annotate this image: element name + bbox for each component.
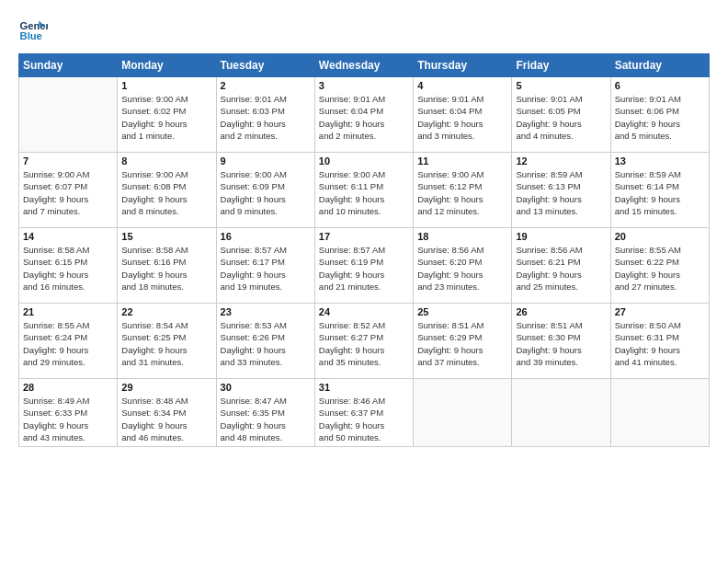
day-info: Sunrise: 9:00 AM Sunset: 6:02 PM Dayligh… xyxy=(121,93,211,142)
day-info: Sunrise: 9:01 AM Sunset: 6:06 PM Dayligh… xyxy=(615,93,705,142)
calendar-cell: 16Sunrise: 8:57 AM Sunset: 6:17 PM Dayli… xyxy=(216,228,314,304)
week-row-2: 14Sunrise: 8:58 AM Sunset: 6:15 PM Dayli… xyxy=(19,228,710,304)
calendar-cell: 9Sunrise: 9:00 AM Sunset: 6:09 PM Daylig… xyxy=(216,153,314,228)
day-number: 7 xyxy=(23,155,113,167)
weekday-wednesday: Wednesday xyxy=(314,54,413,77)
day-info: Sunrise: 9:01 AM Sunset: 6:04 PM Dayligh… xyxy=(319,93,409,142)
day-info: Sunrise: 8:53 AM Sunset: 6:26 PM Dayligh… xyxy=(221,319,311,368)
calendar-cell: 14Sunrise: 8:58 AM Sunset: 6:15 PM Dayli… xyxy=(19,228,118,304)
calendar-cell: 3Sunrise: 9:01 AM Sunset: 6:04 PM Daylig… xyxy=(314,77,413,153)
day-number: 28 xyxy=(23,382,113,393)
calendar-cell: 18Sunrise: 8:56 AM Sunset: 6:20 PM Dayli… xyxy=(414,228,512,304)
day-number: 25 xyxy=(417,306,507,317)
calendar-cell: 24Sunrise: 8:52 AM Sunset: 6:27 PM Dayli… xyxy=(314,304,413,379)
calendar-cell: 17Sunrise: 8:57 AM Sunset: 6:19 PM Dayli… xyxy=(314,228,413,304)
day-info: Sunrise: 8:59 AM Sunset: 6:14 PM Dayligh… xyxy=(615,168,705,217)
day-number: 9 xyxy=(221,155,311,167)
day-info: Sunrise: 8:50 AM Sunset: 6:31 PM Dayligh… xyxy=(615,319,705,368)
calendar-body: 1Sunrise: 9:00 AM Sunset: 6:02 PM Daylig… xyxy=(19,77,710,447)
calendar-cell: 2Sunrise: 9:01 AM Sunset: 6:03 PM Daylig… xyxy=(216,77,314,153)
day-number: 16 xyxy=(221,231,311,242)
day-info: Sunrise: 8:51 AM Sunset: 6:29 PM Dayligh… xyxy=(417,319,507,368)
calendar-cell: 27Sunrise: 8:50 AM Sunset: 6:31 PM Dayli… xyxy=(610,304,709,379)
calendar-cell xyxy=(414,379,512,447)
calendar-cell xyxy=(19,77,118,153)
day-info: Sunrise: 9:01 AM Sunset: 6:05 PM Dayligh… xyxy=(516,93,606,142)
calendar-cell: 11Sunrise: 9:00 AM Sunset: 6:12 PM Dayli… xyxy=(414,153,512,228)
calendar-cell: 29Sunrise: 8:48 AM Sunset: 6:34 PM Dayli… xyxy=(118,379,216,447)
weekday-saturday: Saturday xyxy=(610,54,709,77)
week-row-0: 1Sunrise: 9:00 AM Sunset: 6:02 PM Daylig… xyxy=(19,77,710,153)
day-info: Sunrise: 8:56 AM Sunset: 6:20 PM Dayligh… xyxy=(417,244,507,293)
day-info: Sunrise: 8:58 AM Sunset: 6:16 PM Dayligh… xyxy=(121,244,211,293)
calendar-cell: 25Sunrise: 8:51 AM Sunset: 6:29 PM Dayli… xyxy=(414,304,512,379)
day-info: Sunrise: 8:48 AM Sunset: 6:34 PM Dayligh… xyxy=(121,395,211,443)
calendar-cell: 15Sunrise: 8:58 AM Sunset: 6:16 PM Dayli… xyxy=(118,228,216,304)
day-info: Sunrise: 9:00 AM Sunset: 6:08 PM Dayligh… xyxy=(121,168,211,217)
day-number: 19 xyxy=(516,231,606,242)
day-number: 22 xyxy=(121,306,211,317)
calendar-cell: 26Sunrise: 8:51 AM Sunset: 6:30 PM Dayli… xyxy=(512,304,610,379)
weekday-header-row: SundayMondayTuesdayWednesdayThursdayFrid… xyxy=(19,54,710,77)
day-info: Sunrise: 8:57 AM Sunset: 6:19 PM Dayligh… xyxy=(319,244,409,293)
day-info: Sunrise: 8:49 AM Sunset: 6:33 PM Dayligh… xyxy=(23,395,113,443)
calendar-cell: 20Sunrise: 8:55 AM Sunset: 6:22 PM Dayli… xyxy=(610,228,709,304)
calendar-cell: 8Sunrise: 9:00 AM Sunset: 6:08 PM Daylig… xyxy=(118,153,216,228)
day-number: 6 xyxy=(615,80,705,91)
day-info: Sunrise: 9:00 AM Sunset: 6:12 PM Dayligh… xyxy=(417,168,507,217)
day-info: Sunrise: 8:55 AM Sunset: 6:24 PM Dayligh… xyxy=(23,319,113,368)
day-number: 13 xyxy=(615,155,705,167)
calendar-cell: 13Sunrise: 8:59 AM Sunset: 6:14 PM Dayli… xyxy=(610,153,709,228)
weekday-monday: Monday xyxy=(118,54,216,77)
day-info: Sunrise: 8:59 AM Sunset: 6:13 PM Dayligh… xyxy=(516,168,606,217)
day-info: Sunrise: 8:58 AM Sunset: 6:15 PM Dayligh… xyxy=(23,244,113,293)
day-number: 21 xyxy=(23,306,113,317)
day-info: Sunrise: 8:46 AM Sunset: 6:37 PM Dayligh… xyxy=(319,395,409,443)
day-info: Sunrise: 8:57 AM Sunset: 6:17 PM Dayligh… xyxy=(221,244,311,293)
week-row-1: 7Sunrise: 9:00 AM Sunset: 6:07 PM Daylig… xyxy=(19,153,710,228)
calendar-cell: 7Sunrise: 9:00 AM Sunset: 6:07 PM Daylig… xyxy=(19,153,118,228)
calendar-cell: 6Sunrise: 9:01 AM Sunset: 6:06 PM Daylig… xyxy=(610,77,709,153)
day-number: 18 xyxy=(417,231,507,242)
weekday-friday: Friday xyxy=(512,54,610,77)
calendar-cell: 10Sunrise: 9:00 AM Sunset: 6:11 PM Dayli… xyxy=(314,153,413,228)
day-info: Sunrise: 8:52 AM Sunset: 6:27 PM Dayligh… xyxy=(319,319,409,368)
day-number: 10 xyxy=(319,155,409,167)
day-info: Sunrise: 8:47 AM Sunset: 6:35 PM Dayligh… xyxy=(221,395,311,443)
day-number: 29 xyxy=(121,382,211,393)
calendar-cell: 21Sunrise: 8:55 AM Sunset: 6:24 PM Dayli… xyxy=(19,304,118,379)
day-info: Sunrise: 9:00 AM Sunset: 6:11 PM Dayligh… xyxy=(319,168,409,217)
day-number: 2 xyxy=(221,80,311,91)
day-number: 5 xyxy=(516,80,606,91)
day-number: 23 xyxy=(221,306,311,317)
calendar-cell: 28Sunrise: 8:49 AM Sunset: 6:33 PM Dayli… xyxy=(19,379,118,447)
day-number: 4 xyxy=(417,80,507,91)
day-number: 15 xyxy=(121,231,211,242)
logo-icon: General Blue xyxy=(18,15,48,44)
logo: General Blue xyxy=(18,15,48,44)
day-info: Sunrise: 9:01 AM Sunset: 6:03 PM Dayligh… xyxy=(221,93,311,142)
calendar-cell: 22Sunrise: 8:54 AM Sunset: 6:25 PM Dayli… xyxy=(118,304,216,379)
calendar-cell: 23Sunrise: 8:53 AM Sunset: 6:26 PM Dayli… xyxy=(216,304,314,379)
calendar-cell: 30Sunrise: 8:47 AM Sunset: 6:35 PM Dayli… xyxy=(216,379,314,447)
day-info: Sunrise: 9:00 AM Sunset: 6:09 PM Dayligh… xyxy=(221,168,311,217)
day-number: 14 xyxy=(23,231,113,242)
day-number: 12 xyxy=(516,155,606,167)
day-number: 31 xyxy=(319,382,409,393)
day-number: 11 xyxy=(417,155,507,167)
weekday-tuesday: Tuesday xyxy=(216,54,314,77)
weekday-thursday: Thursday xyxy=(414,54,512,77)
day-number: 3 xyxy=(319,80,409,91)
svg-text:Blue: Blue xyxy=(20,30,42,41)
calendar-table: SundayMondayTuesdayWednesdayThursdayFrid… xyxy=(18,53,710,447)
page: General Blue SundayMondayTuesdayWednesda… xyxy=(0,0,728,563)
day-number: 8 xyxy=(121,155,211,167)
calendar-cell: 31Sunrise: 8:46 AM Sunset: 6:37 PM Dayli… xyxy=(314,379,413,447)
day-number: 1 xyxy=(121,80,211,91)
day-number: 27 xyxy=(615,306,705,317)
day-number: 26 xyxy=(516,306,606,317)
calendar-cell: 19Sunrise: 8:56 AM Sunset: 6:21 PM Dayli… xyxy=(512,228,610,304)
day-info: Sunrise: 9:01 AM Sunset: 6:04 PM Dayligh… xyxy=(417,93,507,142)
header: General Blue xyxy=(18,15,710,44)
day-info: Sunrise: 8:54 AM Sunset: 6:25 PM Dayligh… xyxy=(121,319,211,368)
